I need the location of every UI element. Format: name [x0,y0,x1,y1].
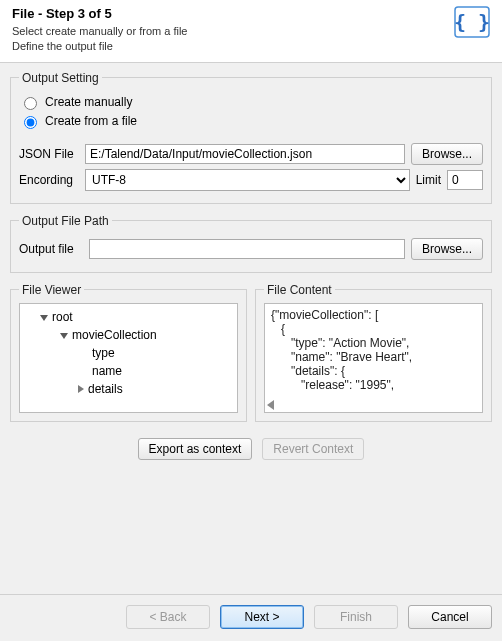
tree-node-root[interactable]: root [26,308,231,326]
file-content-line: "type": "Action Movie", [271,336,409,350]
finish-button[interactable]: Finish [314,605,398,629]
tree-node-name[interactable]: name [26,362,231,380]
json-file-browse-button[interactable]: Browse... [411,143,483,165]
cancel-button[interactable]: Cancel [408,605,492,629]
limit-label: Limit [416,173,441,187]
wizard-subtitle-2: Define the output file [12,39,446,54]
revert-context-button[interactable]: Revert Context [262,438,364,460]
context-buttons-row: Export as context Revert Context [10,430,492,470]
wizard-header: File - Step 3 of 5 Select create manuall… [0,0,502,63]
wizard-title: File - Step 3 of 5 [12,6,446,21]
expand-arrow-icon[interactable] [60,333,68,339]
tree-node-moviecollection[interactable]: movieCollection [26,326,231,344]
expand-arrow-icon[interactable] [40,315,48,321]
tree-node-details[interactable]: details [26,380,231,398]
collapse-arrow-icon[interactable] [78,385,84,393]
tree-node-type-label: type [92,344,115,362]
export-as-context-button[interactable]: Export as context [138,438,253,460]
create-manually-radio-input[interactable] [24,97,37,110]
file-content-line: {"movieCollection": [ [271,308,378,322]
file-content-legend: File Content [264,283,335,297]
back-button[interactable]: < Back [126,605,210,629]
file-content-line: { [271,322,285,336]
output-file-path-legend: Output File Path [19,214,112,228]
create-from-file-label: Create from a file [45,114,137,128]
file-content-line: "details": { [271,364,345,378]
file-viewer-tree[interactable]: root movieCollection type name details [19,303,238,413]
next-button[interactable]: Next > [220,605,304,629]
output-file-path-group: Output File Path Output file Browse... [10,214,492,273]
scroll-left-icon[interactable] [267,400,274,410]
create-from-file-radio-input[interactable] [24,116,37,129]
tree-node-root-label: root [52,308,73,326]
wizard-footer: < Back Next > Finish Cancel [0,594,502,641]
file-content-view[interactable]: {"movieCollection": [ { "type": "Action … [264,303,483,413]
tree-node-details-label: details [88,380,123,398]
create-manually-radio[interactable]: Create manually [19,94,483,110]
json-file-label: JSON File [19,147,79,161]
create-manually-label: Create manually [45,95,132,109]
encoding-label: Encording [19,173,79,187]
file-viewer-legend: File Viewer [19,283,84,297]
output-setting-group: Output Setting Create manually Create fr… [10,71,492,204]
svg-text:{ }: { } [454,10,490,34]
file-content-line: "name": "Brave Heart", [271,350,412,364]
tree-node-name-label: name [92,362,122,380]
json-braces-icon: { } [454,6,490,41]
limit-input[interactable] [447,170,483,190]
file-content-group: File Content {"movieCollection": [ { "ty… [255,283,492,422]
wizard-subtitle-1: Select create manually or from a file [12,24,446,39]
encoding-select[interactable]: UTF-8 [85,169,410,191]
output-file-label: Output file [19,242,83,256]
tree-node-type[interactable]: type [26,344,231,362]
output-file-browse-button[interactable]: Browse... [411,238,483,260]
file-content-line: "release": "1995", [271,378,394,392]
file-viewer-group: File Viewer root movieCollection type na… [10,283,247,422]
output-setting-legend: Output Setting [19,71,102,85]
create-from-file-radio[interactable]: Create from a file [19,113,483,129]
tree-node-moviecollection-label: movieCollection [72,326,157,344]
json-file-input[interactable] [85,144,405,164]
output-file-input[interactable] [89,239,405,259]
